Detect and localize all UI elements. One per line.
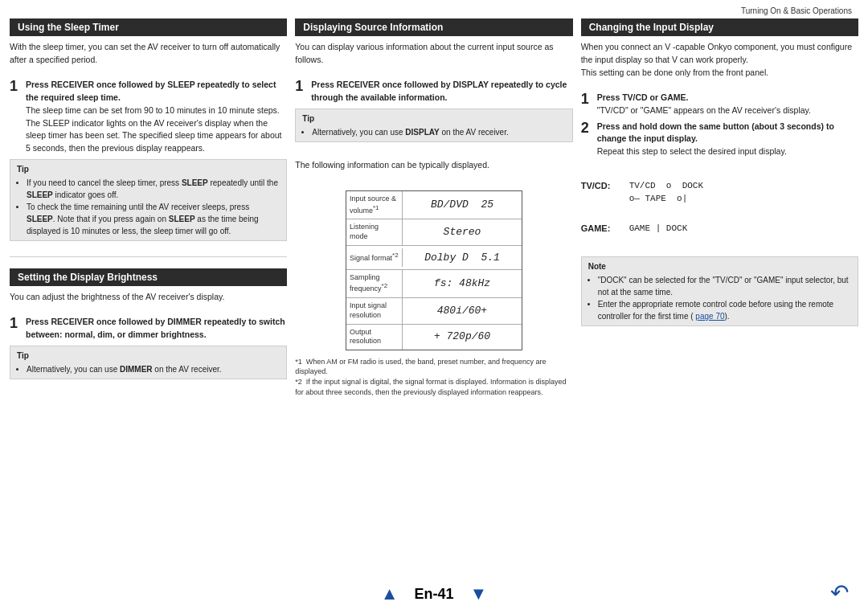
- input-step1: 1 Press TV/CD or GAME. "TV/CD" or "GAME"…: [581, 92, 858, 117]
- input-step2-num: 2: [581, 121, 592, 158]
- input-display-intro2: This setting can be done only from the f…: [581, 67, 858, 80]
- tvcd-row: TV/CD: TV/CD o DOCK o— TAPE o|: [581, 179, 858, 206]
- game-key: GAME:: [581, 222, 621, 235]
- tvcd-val-line2: o— TAPE o|: [629, 192, 703, 206]
- brightness-tip-item-1: Alternatively, you can use DIMMER on the…: [27, 363, 280, 375]
- source-tip: Tip Alternatively, you can use DISPLAY o…: [295, 108, 572, 142]
- section-sleep-timer: Using the Sleep Timer With the sleep tim…: [10, 18, 287, 245]
- display-row-3: Sampling frequency*2 fs: 48kHz: [346, 270, 522, 298]
- column-middle: Displaying Source Information You can di…: [295, 18, 572, 397]
- display-value-4: 480i/60+: [403, 301, 522, 321]
- divider-1: [10, 256, 287, 257]
- display-value-0: BD/DVD 25: [403, 195, 522, 215]
- source-tip-label: Tip: [302, 113, 565, 125]
- input-display-title: Changing the Input Display: [581, 18, 858, 36]
- input-step2-detail: Repeat this step to select the desired i…: [597, 145, 858, 158]
- display-value-3: fs: 48kHz: [403, 274, 522, 293]
- sleep-timer-tip: Tip If you need to cancel the sleep time…: [10, 159, 287, 241]
- sleep-timer-step1-bold: Press RECEIVER once followed by SLEEP re…: [26, 80, 276, 102]
- sleep-timer-intro: With the sleep timer, you can set the AV…: [10, 41, 287, 67]
- footnote-2: *2 If the input signal is digital, the s…: [295, 377, 572, 397]
- tvcd-val: TV/CD o DOCK o— TAPE o|: [629, 179, 703, 206]
- source-tip-list: Alternatively, you can use DISPLAY on th…: [302, 126, 565, 138]
- source-following-text: The following information can be typical…: [295, 159, 572, 172]
- source-info-title: Displaying Source Information: [295, 18, 572, 36]
- brightness-step1-num: 1: [10, 316, 21, 342]
- source-step1-bold: Press RECEIVER once followed by DISPLAY …: [311, 80, 567, 102]
- section-display-brightness: Setting the Display Brightness You can a…: [10, 268, 287, 383]
- section-source-info: Displaying Source Information You can di…: [295, 18, 572, 397]
- display-row-2: Signal format*2 Dolby D 5.1: [346, 246, 522, 270]
- brightness-tip: Tip Alternatively, you can use DIMMER on…: [10, 346, 287, 379]
- display-brightness-title: Setting the Display Brightness: [10, 268, 287, 286]
- display-label-1: Listening mode: [346, 219, 403, 244]
- display-label-3: Sampling frequency*2: [346, 270, 403, 297]
- display-row-5: Output resolution + 720p/60: [346, 325, 522, 350]
- prev-arrow[interactable]: ▲: [381, 583, 399, 604]
- brightness-tip-list: Alternatively, you can use DIMMER on the…: [17, 363, 280, 375]
- display-row-0: Input source & volume*1 BD/DVD 25: [346, 191, 522, 219]
- footnotes: *1 When AM or FM radio is used, the band…: [295, 357, 572, 397]
- main-content: Using the Sleep Timer With the sleep tim…: [0, 18, 868, 397]
- tvcd-game-table: TV/CD: TV/CD o DOCK o— TAPE o| GAME: GAM…: [581, 179, 858, 235]
- sleep-timer-tip-label: Tip: [17, 163, 280, 175]
- display-row-4: Input signal resolution 480i/60+: [346, 298, 522, 324]
- back-button[interactable]: ↶: [830, 579, 849, 606]
- source-info-step1: 1 Press RECEIVER once followed by DISPLA…: [295, 79, 572, 104]
- input-note-list: "DOCK" can be selected for the "TV/CD" o…: [588, 274, 851, 322]
- sleep-timer-detail2: The SLEEP indicator lights on the AV rec…: [26, 117, 287, 155]
- input-note: Note "DOCK" can be selected for the "TV/…: [581, 256, 858, 326]
- input-step1-num: 1: [581, 92, 592, 117]
- source-tip-item-1: Alternatively, you can use DISPLAY on th…: [312, 126, 565, 138]
- step1-num: 1: [10, 79, 21, 155]
- display-label-0: Input source & volume*1: [346, 191, 403, 219]
- display-info-table: Input source & volume*1 BD/DVD 25 Listen…: [346, 190, 522, 350]
- sleep-tip-item-2: To check the time remaining until the AV…: [27, 201, 280, 237]
- display-value-2: Dolby D 5.1: [403, 248, 522, 268]
- display-value-5: + 720p/60: [403, 327, 522, 346]
- tvcd-key: TV/CD:: [581, 179, 621, 193]
- game-row: GAME: GAME | DOCK: [581, 222, 858, 235]
- input-note-label: Note: [588, 260, 851, 272]
- column-left: Using the Sleep Timer With the sleep tim…: [10, 18, 287, 397]
- column-right: Changing the Input Display When you conn…: [581, 18, 858, 397]
- input-step1-bold: Press TV/CD or GAME.: [597, 92, 689, 102]
- note-item-1: "DOCK" can be selected for the "TV/CD" o…: [598, 274, 851, 298]
- sleep-timer-title: Using the Sleep Timer: [10, 18, 287, 36]
- display-value-1: Stereo: [403, 223, 522, 242]
- next-arrow[interactable]: ▼: [470, 583, 488, 604]
- note-item-2: Enter the appropriate remote control cod…: [598, 298, 851, 322]
- sleep-tip-item-1: If you need to cancel the sleep timer, p…: [27, 177, 280, 201]
- tvcd-val-line1: TV/CD o DOCK: [629, 179, 703, 193]
- source-info-intro: You can display various information abou…: [295, 41, 572, 67]
- footnote-1: *1 When AM or FM radio is used, the band…: [295, 357, 572, 377]
- display-label-2: Signal format*2: [346, 248, 403, 267]
- input-step2-bold: Press and hold down the same button (abo…: [597, 121, 834, 144]
- sleep-timer-tip-list: If you need to cancel the sleep timer, p…: [17, 177, 280, 237]
- display-label-5: Output resolution: [346, 325, 403, 350]
- sleep-timer-detail1: The sleep time can be set from 90 to 10 …: [26, 104, 287, 117]
- input-step1-detail: "TV/CD" or "GAME" appears on the AV rece…: [597, 104, 858, 117]
- section-input-display: Changing the Input Display When you conn…: [581, 18, 858, 326]
- brightness-step1-bold: Press RECEIVER once followed by DIMMER r…: [26, 317, 285, 339]
- page-footer: ▲ En-41 ▼: [0, 583, 868, 604]
- sleep-timer-step1: 1 Press RECEIVER once followed by SLEEP …: [10, 79, 287, 155]
- display-row-1: Listening mode Stereo: [346, 219, 522, 245]
- brightness-step1: 1 Press RECEIVER once followed by DIMMER…: [10, 316, 287, 342]
- page-header: Turning On & Basic Operations: [0, 0, 868, 18]
- input-display-intro1: When you connect an V -capable Onkyo com…: [581, 41, 858, 67]
- input-step2: 2 Press and hold down the same button (a…: [581, 121, 858, 158]
- display-label-4: Input signal resolution: [346, 298, 403, 323]
- display-brightness-intro: You can adjust the brightness of the AV …: [10, 291, 287, 304]
- game-val: GAME | DOCK: [629, 222, 688, 235]
- page-number: En-41: [414, 586, 453, 603]
- source-step1-num: 1: [295, 79, 306, 104]
- brightness-tip-label: Tip: [17, 350, 280, 362]
- page70-link[interactable]: page 70: [695, 312, 724, 321]
